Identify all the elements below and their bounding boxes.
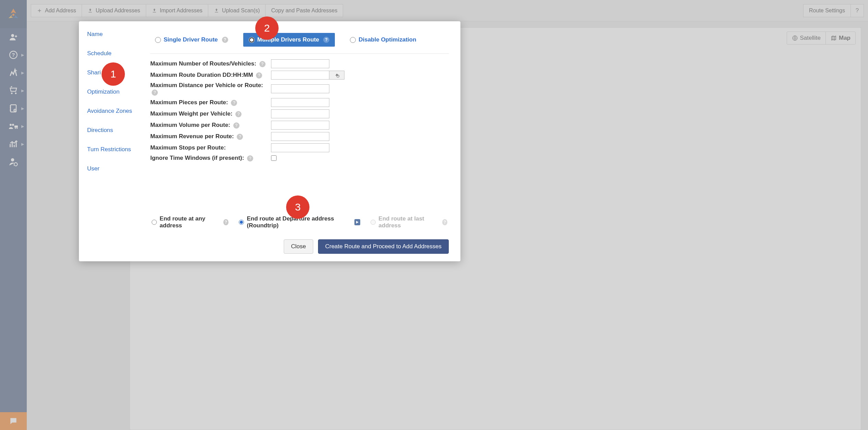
help-icon[interactable]: ? [323,37,329,43]
max-revenue-input[interactable] [271,132,329,141]
help-icon: ? [442,219,447,225]
max-revenue-label: Maximum Revenue per Route: ? [150,133,271,140]
max-duration-label: Maximum Route Duration DD:HH:MM ? [150,72,271,79]
help-icon[interactable]: ? [247,155,253,162]
max-weight-input[interactable] [271,109,329,118]
max-volume-input[interactable] [271,121,329,130]
close-button[interactable]: Close [284,239,313,254]
modal-body: Single Driver Route ? Multiple Drivers R… [140,21,460,261]
help-icon[interactable]: ? [256,72,262,79]
modal-sidebar: Name Schedule Shari Optimization Avoidan… [79,21,140,261]
end-departure-radio[interactable]: End route at Departure address (Roundtri… [239,215,360,229]
max-routes-input[interactable] [271,59,329,68]
help-icon[interactable]: ? [237,134,243,140]
max-stops-input[interactable] [271,143,329,152]
nav-directions[interactable]: Directions [87,127,140,146]
nav-schedule[interactable]: Schedule [87,50,140,69]
max-duration-input[interactable] [271,71,329,80]
single-driver-label: Single Driver Route [164,36,218,43]
help-icon[interactable]: ? [223,219,228,225]
max-pieces-label: Maximum Pieces per Route: ? [150,99,271,106]
max-volume-label: Maximum Volume per Route: ? [150,122,271,129]
help-icon[interactable]: ? [152,89,158,96]
end-route-row: End route at any address ? End route at … [150,209,449,235]
nav-optimization[interactable]: Optimization [87,88,140,108]
end-last-label: End route at last address [378,215,438,229]
max-stops-label: Maximum Stops per Route: [150,144,271,151]
disable-optimization-radio[interactable]: Disable Optimization [350,36,416,43]
max-weight-label: Maximum Weight per Vehicle: ? [150,110,271,117]
max-distance-input[interactable] [271,84,329,93]
end-any-radio[interactable]: End route at any address ? [152,215,228,229]
single-driver-radio[interactable]: Single Driver Route ? [155,36,228,43]
create-route-button[interactable]: Create Route and Proceed to Add Addresse… [318,239,449,254]
help-icon[interactable]: ? [222,37,228,43]
route-settings-modal: Name Schedule Shari Optimization Avoidan… [79,21,460,261]
video-help-icon[interactable] [354,219,360,225]
help-icon[interactable]: ? [233,122,239,129]
nav-name[interactable]: Name [87,31,140,50]
max-pieces-input[interactable] [271,98,329,107]
nav-sharing[interactable]: Shari [87,69,140,88]
help-icon[interactable]: ? [231,100,237,106]
max-distance-label: Maximum Distance per Vehicle or Route: ? [150,82,271,96]
route-type-row: Single Driver Route ? Multiple Drivers R… [150,31,449,54]
end-last-radio: End route at last address ? [371,215,447,229]
ignore-tw-label: Ignore Time Windows (if present): ? [150,155,271,162]
optimization-form: Maximum Number of Routes/Vehicles: ? Max… [150,59,449,162]
nav-avoidance-zones[interactable]: Avoidance Zones [87,108,140,127]
duration-picker-button[interactable] [329,71,344,80]
nav-user[interactable]: User [87,165,140,184]
end-departure-label: End route at Departure address (Roundtri… [247,215,350,229]
ignore-tw-checkbox[interactable] [271,155,277,161]
multiple-drivers-wrap: Multiple Drivers Route ? [243,33,335,47]
help-icon[interactable]: ? [235,111,242,117]
modal-footer: Close Create Route and Proceed to Add Ad… [150,235,449,254]
multiple-drivers-label: Multiple Drivers Route [257,36,319,43]
max-routes-label: Maximum Number of Routes/Vehicles: ? [150,60,271,67]
nav-turn-restrictions[interactable]: Turn Restrictions [87,146,140,165]
disable-optimization-label: Disable Optimization [359,36,416,43]
help-icon[interactable]: ? [259,61,266,67]
end-any-label: End route at any address [160,215,219,229]
multiple-drivers-radio[interactable]: Multiple Drivers Route ? [249,36,329,43]
